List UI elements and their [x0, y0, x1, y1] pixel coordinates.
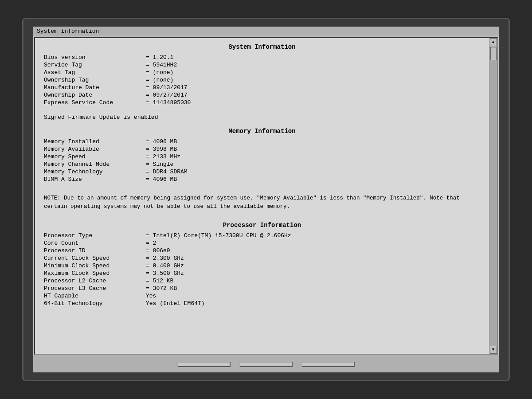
asset-tag-value: = (none): [146, 69, 480, 76]
express-service-row: Express Service Code = 11434895030: [44, 99, 480, 106]
processor-type-label: Processor Type: [44, 232, 146, 239]
ht-capable-label: HT Capable: [44, 293, 146, 299]
processor-info-rows: Processor Type = Intel(R) Core(TM) i5-73…: [44, 232, 480, 307]
scroll-up-icon: ▲: [492, 40, 494, 44]
l2-cache-value: = 512 KB: [146, 278, 480, 284]
service-tag-row: Service Tag = 5941HH2: [44, 62, 480, 68]
system-info-title: System Information: [44, 43, 480, 51]
memory-info-title: Memory Information: [44, 128, 480, 135]
scroll-up-button[interactable]: ▲: [490, 38, 497, 46]
asset-tag-label: Asset Tag: [44, 69, 146, 76]
ht-capable-row: HT Capable Yes: [44, 293, 480, 299]
memory-info-rows: Memory Installed = 4096 MB Memory Availa…: [44, 138, 480, 183]
asset-tag-row: Asset Tag = (none): [44, 69, 480, 76]
bottom-btn-3[interactable]: [301, 362, 355, 367]
ownership-tag-label: Ownership Tag: [44, 77, 146, 83]
service-tag-label: Service Tag: [44, 62, 146, 68]
current-clock-value: = 2.300 GHz: [146, 255, 480, 262]
processor-id-value: = 806e9: [146, 247, 480, 254]
bios-version-row: Bios version = 1.20.1: [44, 54, 480, 61]
memory-tech-row: Memory Technology = DDR4 SDRAM: [44, 168, 480, 175]
ownership-tag-value: = (none): [146, 77, 480, 83]
ht-capable-value: Yes: [146, 293, 480, 299]
processor-type-value: = Intel(R) Core(TM) i5-7300U CPU @ 2.60G…: [146, 232, 480, 239]
memory-available-value: = 3998 MB: [146, 146, 480, 153]
bios-content: System Information Bios version = 1.20.1…: [34, 37, 498, 355]
64bit-tech-value: Yes (Intel EM64T): [146, 300, 480, 307]
ownership-date-value: = 09/27/2017: [146, 92, 480, 98]
memory-channel-value: = Single: [146, 161, 480, 168]
memory-note: NOTE: Due to an amount of memory being a…: [44, 194, 480, 211]
firmware-note: Signed Firmware Update is enabled: [44, 114, 480, 121]
memory-installed-value: = 4096 MB: [146, 138, 480, 145]
64bit-tech-label: 64-Bit Technology: [44, 300, 146, 307]
processor-info-title: Processor Information: [44, 222, 480, 229]
l2-cache-label: Processor L2 Cache: [44, 278, 146, 284]
separator-3: [44, 184, 480, 191]
processor-id-row: Processor ID = 806e9: [44, 247, 480, 254]
bios-version-label: Bios version: [44, 54, 146, 61]
bottom-btn-1[interactable]: [177, 362, 231, 367]
max-clock-value: = 3.500 GHz: [146, 270, 480, 277]
bottom-bar: [33, 356, 499, 372]
memory-available-label: Memory Available: [44, 146, 146, 153]
scroll-down-button[interactable]: ▼: [490, 346, 497, 354]
dimm-a-value: = 4096 MB: [146, 176, 480, 183]
window-title-bar: System Information: [33, 27, 499, 36]
scroll-track[interactable]: [490, 46, 497, 346]
info-panel: System Information Bios version = 1.20.1…: [35, 38, 489, 354]
memory-speed-row: Memory Speed = 2133 MHz: [44, 153, 480, 160]
memory-speed-label: Memory Speed: [44, 153, 146, 160]
ownership-date-label: Ownership Date: [44, 92, 146, 98]
window-title: System Information: [37, 28, 99, 35]
64bit-tech-row: 64-Bit Technology Yes (Intel EM64T): [44, 300, 480, 307]
scrollbar[interactable]: ▲ ▼: [489, 38, 497, 354]
l2-cache-row: Processor L2 Cache = 512 KB: [44, 278, 480, 284]
manufacture-date-value: = 09/13/2017: [146, 84, 480, 91]
memory-available-row: Memory Available = 3998 MB: [44, 146, 480, 153]
bottom-btn-2[interactable]: [239, 362, 293, 367]
scroll-down-icon: ▼: [492, 348, 494, 352]
current-clock-row: Current Clock Speed = 2.300 GHz: [44, 255, 480, 262]
processor-type-row: Processor Type = Intel(R) Core(TM) i5-73…: [44, 232, 480, 239]
bios-outer: System Information System Information Bi…: [33, 27, 499, 372]
memory-installed-label: Memory Installed: [44, 138, 146, 145]
core-count-label: Core Count: [44, 240, 146, 246]
min-clock-value: = 0.400 GHz: [146, 262, 480, 269]
laptop-frame: System Information System Information Bi…: [22, 18, 510, 381]
core-count-row: Core Count = 2: [44, 240, 480, 246]
memory-speed-value: = 2133 MHz: [146, 153, 480, 160]
screen: System Information System Information Bi…: [33, 27, 499, 372]
memory-tech-label: Memory Technology: [44, 168, 146, 175]
memory-installed-row: Memory Installed = 4096 MB: [44, 138, 480, 145]
min-clock-label: Minimum Clock Speed: [44, 262, 146, 269]
core-count-value: = 2: [146, 240, 480, 246]
manufacture-date-label: Manufacture Date: [44, 84, 146, 91]
express-service-label: Express Service Code: [44, 99, 146, 106]
manufacture-date-row: Manufacture Date = 09/13/2017: [44, 84, 480, 91]
max-clock-row: Maximum Clock Speed = 3.500 GHz: [44, 270, 480, 277]
ownership-date-row: Ownership Date = 09/27/2017: [44, 92, 480, 98]
ownership-tag-row: Ownership Tag = (none): [44, 77, 480, 83]
separator-1: [44, 107, 480, 114]
l3-cache-row: Processor L3 Cache = 3072 KB: [44, 285, 480, 292]
memory-tech-value: = DDR4 SDRAM: [146, 168, 480, 175]
express-service-value: = 11434895030: [146, 99, 480, 106]
system-info-rows: Bios version = 1.20.1 Service Tag = 5941…: [44, 54, 480, 106]
scroll-thumb[interactable]: [490, 47, 497, 60]
dimm-a-row: DIMM A Size = 4096 MB: [44, 176, 480, 183]
bios-version-value: = 1.20.1: [146, 54, 480, 61]
l3-cache-value: = 3072 KB: [146, 285, 480, 292]
max-clock-label: Maximum Clock Speed: [44, 270, 146, 277]
memory-channel-label: Memory Channel Mode: [44, 161, 146, 168]
memory-channel-row: Memory Channel Mode = Single: [44, 161, 480, 168]
separator-2: [44, 121, 480, 128]
processor-id-label: Processor ID: [44, 247, 146, 254]
dimm-a-label: DIMM A Size: [44, 176, 146, 183]
l3-cache-label: Processor L3 Cache: [44, 285, 146, 292]
current-clock-label: Current Clock Speed: [44, 255, 146, 262]
service-tag-value: = 5941HH2: [146, 62, 480, 68]
separator-4: [44, 215, 480, 222]
min-clock-row: Minimum Clock Speed = 0.400 GHz: [44, 262, 480, 269]
